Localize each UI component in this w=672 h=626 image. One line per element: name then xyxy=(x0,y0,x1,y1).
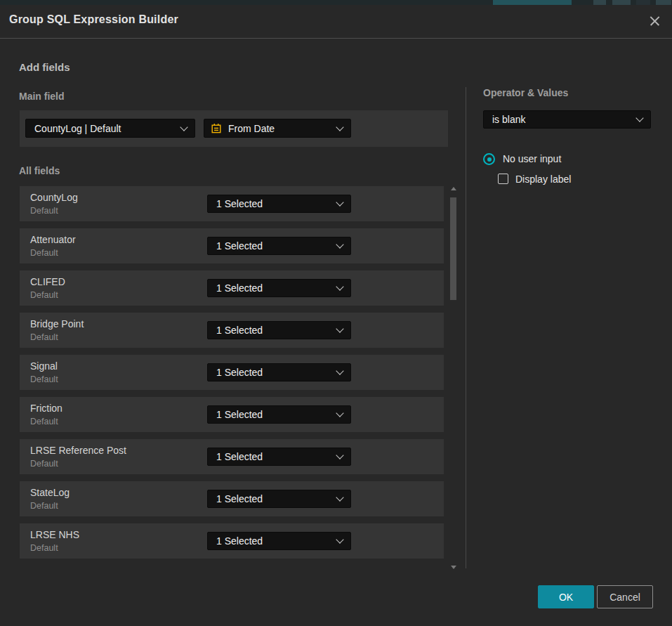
main-field-label: Main field xyxy=(19,91,65,102)
field-selection-value: 1 Selected xyxy=(216,451,263,462)
chevron-down-icon xyxy=(336,493,343,501)
chevron-down-icon xyxy=(336,409,343,417)
background-fragment xyxy=(593,0,606,5)
add-fields-heading: Add fields xyxy=(19,61,70,73)
no-user-input-label: No user input xyxy=(503,153,561,165)
background-fragment xyxy=(612,0,631,5)
field-type: Default xyxy=(30,332,58,342)
main-field-select-value: From Date xyxy=(228,123,275,134)
fields-list-scrollbar xyxy=(449,181,458,570)
close-icon[interactable] xyxy=(648,14,661,27)
field-type: Default xyxy=(30,374,58,384)
chevron-down-icon xyxy=(336,240,343,248)
panel-divider xyxy=(466,87,466,568)
field-row-lrse-reference-post: LRSE Reference Post Default 1 Selected xyxy=(20,439,444,474)
chevron-down-icon xyxy=(336,451,343,459)
field-selection-select[interactable]: 1 Selected xyxy=(207,363,351,382)
cancel-button[interactable]: Cancel xyxy=(597,585,653,608)
chevron-down-icon xyxy=(336,282,343,290)
field-type: Default xyxy=(30,417,58,426)
field-selection-select[interactable]: 1 Selected xyxy=(207,195,351,213)
field-row-countylog: CountyLog Default 1 Selected xyxy=(20,186,444,221)
field-name: LRSE Reference Post xyxy=(30,445,126,456)
field-row-clifed: CLIFED Default 1 Selected xyxy=(20,270,444,306)
dialog-title: Group SQL Expression Builder xyxy=(9,13,178,26)
field-selection-value: 1 Selected xyxy=(216,325,263,336)
field-selection-value: 1 Selected xyxy=(216,409,263,420)
field-row-bridge-point: Bridge Point Default 1 Selected xyxy=(20,313,444,348)
field-name: LRSE NHS xyxy=(30,529,79,540)
chevron-down-icon xyxy=(336,325,343,332)
calendar-icon xyxy=(211,123,222,134)
field-selection-value: 1 Selected xyxy=(216,282,263,294)
dialog-header: Group SQL Expression Builder xyxy=(0,5,672,39)
main-layer-select-value: CountyLog | Default xyxy=(34,123,121,134)
chevron-down-icon xyxy=(336,123,343,131)
display-label-checkbox[interactable] xyxy=(498,174,508,184)
ok-button[interactable]: OK xyxy=(538,585,594,608)
field-selection-select[interactable]: 1 Selected xyxy=(207,279,351,297)
field-type: Default xyxy=(30,206,58,216)
field-type: Default xyxy=(30,248,58,258)
field-selection-select[interactable]: 1 Selected xyxy=(207,532,351,550)
chevron-down-icon xyxy=(180,123,187,131)
main-field-select[interactable]: From Date xyxy=(204,119,351,138)
scrollbar-thumb[interactable] xyxy=(450,197,456,300)
field-row-lrse-nhs: LRSE NHS Default 1 Selected xyxy=(20,523,444,559)
main-field-panel: CountyLog | Default From Date xyxy=(20,110,448,147)
field-selection-value: 1 Selected xyxy=(216,198,263,209)
operator-select[interactable]: is blank xyxy=(483,110,651,129)
field-type: Default xyxy=(30,501,58,511)
field-name: Signal xyxy=(30,360,58,372)
field-selection-select[interactable]: 1 Selected xyxy=(207,490,351,508)
no-user-input-radio[interactable] xyxy=(483,153,495,165)
background-app-strip xyxy=(0,0,672,5)
field-selection-value: 1 Selected xyxy=(216,240,263,252)
field-row-attenuator: Attenuator Default 1 Selected xyxy=(20,228,444,263)
display-label-label: Display label xyxy=(515,174,571,185)
scroll-up-arrow-icon[interactable] xyxy=(451,187,456,190)
field-selection-value: 1 Selected xyxy=(216,493,263,504)
background-fragment xyxy=(493,0,572,5)
background-fragment xyxy=(636,0,650,5)
field-row-statelog: StateLog Default 1 Selected xyxy=(20,481,444,516)
field-selection-select[interactable]: 1 Selected xyxy=(207,321,351,339)
all-fields-label: All fields xyxy=(19,165,60,176)
field-selection-select[interactable]: 1 Selected xyxy=(207,237,351,255)
field-selection-value: 1 Selected xyxy=(216,535,263,547)
chevron-down-icon xyxy=(336,535,343,543)
field-name: CLIFED xyxy=(30,276,65,287)
field-type: Default xyxy=(30,290,58,300)
background-fragment xyxy=(656,0,671,5)
field-name: CountyLog xyxy=(30,192,78,203)
field-selection-select[interactable]: 1 Selected xyxy=(207,405,351,424)
group-sql-expression-builder-dialog: Group SQL Expression Builder Add fields … xyxy=(0,5,672,626)
field-row-signal: Signal Default 1 Selected xyxy=(20,355,444,390)
scroll-down-arrow-icon[interactable] xyxy=(451,566,456,569)
field-name: Attenuator xyxy=(30,234,76,245)
field-row-friction: Friction Default 1 Selected xyxy=(20,397,444,432)
field-type: Default xyxy=(30,459,58,469)
chevron-down-icon xyxy=(336,198,343,206)
operator-select-value: is blank xyxy=(492,114,525,125)
chevron-down-icon xyxy=(336,367,343,374)
field-name: Friction xyxy=(30,403,62,414)
chevron-down-icon xyxy=(635,114,643,122)
field-selection-select[interactable]: 1 Selected xyxy=(207,448,351,466)
field-name: Bridge Point xyxy=(30,318,84,330)
field-name: StateLog xyxy=(30,487,70,498)
field-selection-value: 1 Selected xyxy=(216,367,263,378)
operator-values-label: Operator & Values xyxy=(483,87,568,98)
main-layer-select[interactable]: CountyLog | Default xyxy=(25,119,195,138)
field-type: Default xyxy=(30,543,58,553)
